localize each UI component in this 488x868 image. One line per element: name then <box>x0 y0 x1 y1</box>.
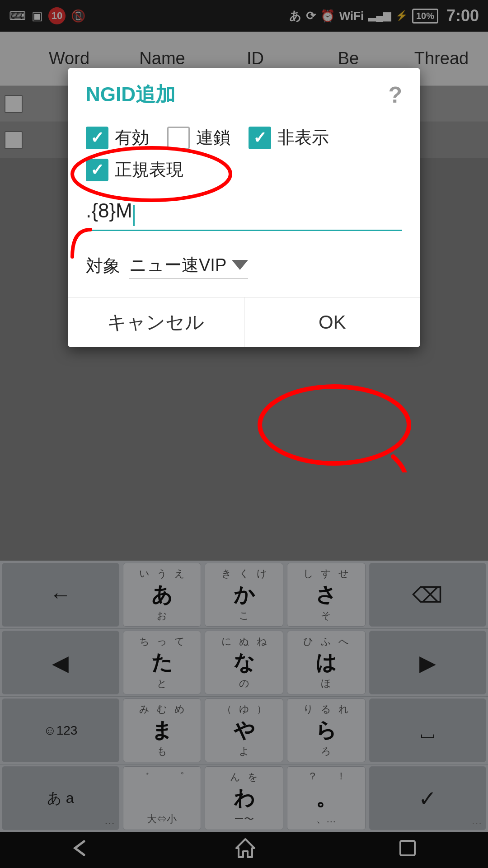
checkbox-row-1: 有効 連鎖 非表示 <box>86 126 402 149</box>
dialog-header: NGID追加 ? <box>68 68 420 117</box>
dialog-footer: キャンセル OK <box>68 297 420 347</box>
target-dropdown-value: ニュー速VIP <box>129 254 226 277</box>
checkbox-hihyoji[interactable]: 非表示 <box>249 126 329 149</box>
text-cursor <box>133 205 135 226</box>
checkbox-regex[interactable]: 正規表現 <box>86 158 183 181</box>
checkbox-regex-label: 正規表現 <box>115 158 183 181</box>
cancel-button[interactable]: キャンセル <box>68 297 244 347</box>
ngid-dialog: NGID追加 ? 有効 連鎖 非表示 <box>68 68 420 347</box>
checkbox-hihyoji-label: 非表示 <box>277 126 329 149</box>
checkbox-rensa-box[interactable] <box>167 127 190 149</box>
checkbox-hihyoji-box[interactable] <box>249 127 271 149</box>
dialog-title: NGID追加 <box>86 81 175 108</box>
checkbox-rensa[interactable]: 連鎖 <box>167 126 230 149</box>
text-input-row[interactable]: .{8}M <box>86 199 402 231</box>
checkbox-yuuko-label: 有効 <box>115 126 149 149</box>
checkbox-yuuko-box[interactable] <box>86 127 108 149</box>
checkbox-row-regex: 正規表現 <box>86 158 402 181</box>
checkbox-rensa-label: 連鎖 <box>196 126 230 149</box>
dialog-overlay: NGID追加 ? 有効 連鎖 非表示 <box>0 0 488 868</box>
target-row: 対象 ニュー速VIP <box>86 254 402 279</box>
text-input-value: .{8}M <box>86 199 132 222</box>
checkbox-regex-box[interactable] <box>86 159 108 181</box>
ok-button[interactable]: OK <box>244 297 421 347</box>
checkbox-yuuko[interactable]: 有効 <box>86 126 149 149</box>
target-label: 対象 <box>86 255 120 278</box>
dialog-help-icon[interactable]: ? <box>388 82 402 108</box>
target-dropdown[interactable]: ニュー速VIP <box>129 254 248 279</box>
dialog-body: 有効 連鎖 非表示 正規表現 <box>68 117 420 297</box>
dropdown-arrow-icon <box>232 260 248 270</box>
